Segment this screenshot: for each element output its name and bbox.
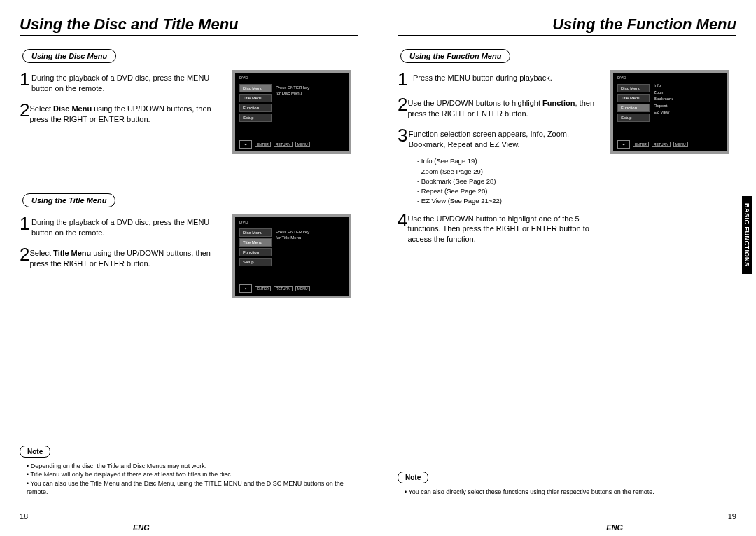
note-label: Note — [398, 472, 428, 483]
menu-item: Disc Menu — [617, 84, 650, 92]
btn: RETURN — [274, 142, 293, 147]
step: 2 Select Title Menu using the UP/DOWN bu… — [20, 245, 227, 269]
func-item: Zoom — [654, 90, 673, 97]
bold: Disc Menu — [53, 104, 92, 113]
func-list: Info Zoom Bookmark Repeat EZ View — [654, 83, 673, 116]
text: for Disc Menu — [276, 91, 302, 95]
note-label: Note — [20, 446, 50, 458]
func-item: Info — [654, 83, 673, 90]
step: 3 Function selection screen appears, Inf… — [398, 126, 605, 150]
page-number: 18 — [20, 512, 28, 521]
steps-col: 1 Press the MENU button during playback.… — [398, 70, 605, 252]
func-item: EZ View — [654, 109, 673, 116]
menu-item: Function — [239, 104, 272, 112]
step-num: 1 — [20, 70, 31, 88]
note-list: Depending on the disc, the Title and Dis… — [27, 462, 358, 497]
step-text: Select Title Menu using the UP/DOWN butt… — [29, 245, 227, 269]
btn: MENU — [295, 142, 310, 147]
text: Select — [29, 104, 53, 113]
sub-item: Zoom (See Page 29) — [417, 167, 605, 177]
step: 4 Use the UP/DOWN button to highlight on… — [398, 211, 605, 245]
step-text: During the playback of a DVD disc, press… — [31, 70, 227, 94]
page-right: Using the Function Menu Using the Functi… — [378, 0, 756, 536]
content-row: 1 During the playback of a DVD disc, pre… — [20, 70, 358, 168]
menu-item: Setup — [239, 258, 272, 266]
menu-item: Disc Menu — [239, 84, 272, 92]
illus-col: DVD Disc Menu Title Menu Function Setup … — [232, 70, 358, 168]
hint: Press ENTER key for Disc Menu — [276, 85, 309, 97]
page-number: 19 — [728, 512, 736, 521]
menu-item: Title Menu — [239, 94, 272, 102]
step: 1 During the playback of a DVD disc, pre… — [20, 214, 227, 238]
note-block: Note Depending on the disc, the Title an… — [20, 444, 358, 497]
rule — [398, 35, 736, 36]
step: 2 Use the UP/DOWN buttons to highlight F… — [398, 95, 605, 119]
dvd-label: DVD — [615, 74, 725, 81]
sublist: Info (See Page 19) Zoom (See Page 29) Bo… — [417, 156, 605, 206]
btn: ENTER — [255, 142, 271, 147]
btn: MENU — [295, 286, 310, 291]
step: 1 During the playback of a DVD disc, pre… — [20, 70, 227, 94]
btn: ENTER — [255, 286, 271, 291]
dvd-label: DVD — [237, 219, 347, 226]
nav-icon: ✦ — [239, 284, 252, 293]
note-item: You can also directly select these funct… — [405, 488, 736, 497]
page-left: Using the Disc and Title Menu Using the … — [0, 0, 378, 536]
hint: Press ENTER key for Title Menu — [276, 230, 309, 241]
bottom-bar: ✦ ENTER RETURN MENU — [239, 284, 344, 293]
sub-item: EZ View (See Page 21~22) — [417, 196, 605, 206]
menu-item: Function — [617, 104, 650, 112]
step-num: 1 — [398, 70, 413, 88]
func-item: Repeat — [654, 103, 673, 110]
step-text: Use the UP/DOWN buttons to highlight Fun… — [407, 95, 605, 119]
step-text: Function selection screen appears, Info,… — [409, 126, 605, 150]
rule — [20, 35, 358, 36]
step-num: 3 — [398, 126, 409, 144]
bottom-bar: ✦ ENTER RETURN MENU — [239, 140, 344, 149]
lang-label: ENG — [133, 523, 150, 532]
btn: MENU — [673, 142, 688, 147]
menu: Disc Menu Title Menu Function Setup — [239, 84, 272, 123]
step-text: Use the UP/DOWN button to highlight one … — [407, 211, 605, 245]
btn: ENTER — [633, 142, 649, 147]
menu: Disc Menu Title Menu Function Setup — [617, 84, 650, 123]
step: 1 Press the MENU button during playback. — [398, 70, 605, 88]
step-num: 4 — [398, 211, 407, 229]
step-text: Select Disc Menu using the UP/DOWN butto… — [29, 101, 227, 125]
bottom-bar: ✦ ENTER RETURN MENU — [617, 140, 722, 149]
text: Use the UP/DOWN buttons to highlight — [407, 99, 542, 107]
menu-item: Setup — [239, 114, 272, 122]
note-item: Title Menu will only be displayed if the… — [27, 470, 358, 479]
sub-item: Info (See Page 19) — [417, 156, 605, 166]
section-pill: Using the Function Menu — [400, 49, 510, 63]
dvd-label: DVD — [237, 74, 347, 81]
text: Press ENTER key — [276, 230, 309, 234]
note-list: You can also directly select these funct… — [405, 488, 736, 497]
content-row: 1 During the playback of a DVD disc, pre… — [20, 214, 358, 312]
screen-illustration: DVD Disc Menu Title Menu Function Setup … — [232, 214, 351, 298]
nav-icon: ✦ — [617, 140, 630, 149]
menu-item: Title Menu — [239, 238, 272, 247]
menu-item: Setup — [617, 114, 650, 122]
page-title: Using the Disc and Title Menu — [20, 15, 358, 34]
step: 2 Select Disc Menu using the UP/DOWN but… — [20, 101, 227, 125]
note-item: You can also use the Title Menu and the … — [27, 479, 358, 497]
step-num: 2 — [20, 101, 29, 119]
steps-col: 1 During the playback of a DVD disc, pre… — [20, 214, 227, 275]
illus-col: DVD Disc Menu Title Menu Function Setup … — [610, 70, 736, 168]
bold: Function — [542, 99, 575, 107]
sub-item: Repeat (See Page 20) — [417, 186, 605, 196]
note-item: Depending on the disc, the Title and Dis… — [27, 462, 358, 471]
bold: Title Menu — [53, 249, 91, 257]
step-num: 2 — [20, 245, 29, 263]
nav-icon: ✦ — [239, 140, 252, 149]
content-row: 1 Press the MENU button during playback.… — [398, 70, 736, 252]
screen-illustration: DVD Disc Menu Title Menu Function Setup … — [232, 70, 351, 154]
section-pill: Using the Title Menu — [22, 193, 115, 207]
page-title: Using the Function Menu — [398, 15, 736, 34]
func-item: Bookmark — [654, 96, 673, 103]
lang-label: ENG — [606, 523, 623, 532]
btn: RETURN — [652, 142, 671, 147]
sub-item: Bookmark (See Page 28) — [417, 177, 605, 186]
btn: RETURN — [274, 286, 293, 291]
